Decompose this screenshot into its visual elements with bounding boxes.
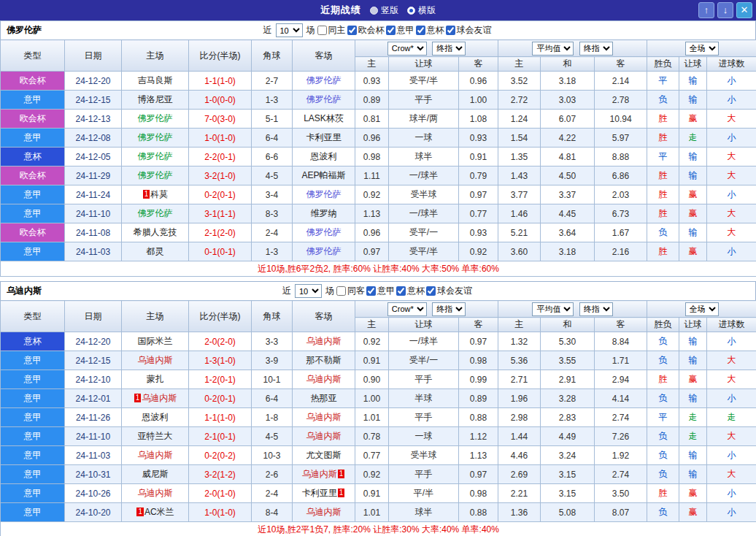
team-link[interactable]: 都灵 <box>147 246 164 256</box>
team-link[interactable]: 恩波利 <box>311 151 337 161</box>
team-link[interactable]: 亚特兰大 <box>138 431 173 441</box>
away-team-cell: 热那亚 <box>293 389 355 408</box>
team-link[interactable]: LASK林茨 <box>304 113 344 123</box>
matches-table: 类型 日期 主场 比分(半场) 角球 客场 Crow* 终指 平均值 终指 全场 <box>0 300 756 536</box>
team-link[interactable]: 佛罗伦萨 <box>138 151 173 161</box>
result-handicap: 走 <box>679 427 707 446</box>
layout-option-horizontal[interactable]: 横版 <box>407 4 436 17</box>
layout-option-vertical[interactable]: 竖版 <box>370 4 398 17</box>
avg-home-odds: 1.46 <box>498 204 541 223</box>
team-link[interactable]: 佛罗伦萨 <box>138 132 173 142</box>
team-link[interactable]: 吉马良斯 <box>138 75 173 85</box>
filter-checkbox[interactable] <box>317 26 327 35</box>
move-down-button[interactable]: ↓ <box>717 2 733 18</box>
red-card-badge: 1 <box>338 470 345 478</box>
team-link[interactable]: 尤文图斯 <box>306 450 342 460</box>
odds-away: 1.08 <box>459 110 498 129</box>
match-count-select[interactable]: 10 <box>276 23 303 37</box>
filter-option-意杯[interactable]: 意杯 <box>416 24 444 37</box>
team-link[interactable]: 乌迪内斯 <box>306 336 342 346</box>
team-link[interactable]: AC米兰 <box>144 507 174 517</box>
odds-stage-select[interactable]: 终指 <box>432 302 466 316</box>
team-link[interactable]: 乌迪内斯 <box>306 374 342 384</box>
match-date: 24-12-20 <box>65 72 122 91</box>
filter-checkbox[interactable] <box>416 26 425 35</box>
avg-home-odds: 2.98 <box>498 408 541 427</box>
team-link[interactable]: 佛罗伦萨 <box>306 189 342 199</box>
filter-checkbox[interactable] <box>347 26 357 35</box>
avg-away-odds: 4.14 <box>595 389 647 408</box>
filter-checkbox[interactable] <box>396 286 406 296</box>
team-link[interactable]: 蒙扎 <box>147 374 164 384</box>
match-row: 意甲24-11-10亚特兰大2-1(0-1)4-5乌迪内斯0.78一球1.121… <box>1 427 756 446</box>
move-up-button[interactable]: ↑ <box>698 2 714 18</box>
result-goals: 小 <box>707 389 756 408</box>
team-link[interactable]: 佛罗伦萨 <box>138 113 173 123</box>
filter-checkbox[interactable] <box>426 286 436 296</box>
team-link[interactable]: 乌迪内斯 <box>138 450 173 460</box>
team-link[interactable]: 乌迪内斯 <box>306 507 342 517</box>
corner-score: 2-4 <box>252 484 293 503</box>
filter-checkbox[interactable] <box>386 26 396 35</box>
close-button[interactable]: ✕ <box>736 2 752 18</box>
filter-option-欧会杯[interactable]: 欧会杯 <box>347 24 385 37</box>
odds-source-select[interactable]: Crow* <box>387 302 427 316</box>
team-link[interactable]: 博洛尼亚 <box>138 94 173 104</box>
handicap-line: 受半球 <box>389 185 459 204</box>
filter-option-意甲[interactable]: 意甲 <box>366 285 395 297</box>
team-link[interactable]: 乌迪内斯 <box>138 355 173 365</box>
team-link[interactable]: 乌迪内斯 <box>306 431 342 441</box>
odds-home: 0.92 <box>355 185 389 204</box>
team-link[interactable]: 乌迪内斯 <box>138 488 173 498</box>
team-link[interactable]: 乌迪内斯 <box>306 412 342 422</box>
team-link[interactable]: 那不勒斯 <box>306 355 342 365</box>
match-count-select[interactable]: 10 <box>295 284 322 298</box>
avg-source-select[interactable]: 平均值 <box>532 42 574 55</box>
score: 0-1(0-1) <box>189 242 252 261</box>
team-link[interactable]: 佛罗伦萨 <box>306 227 342 237</box>
odds-source-select[interactable]: Crow* <box>387 42 427 55</box>
filter-option-同主[interactable]: 同主 <box>317 24 346 37</box>
team-link[interactable]: AEP帕福斯 <box>301 170 345 180</box>
team-link[interactable]: 佛罗伦萨 <box>306 75 342 85</box>
team-link[interactable]: 乌迪内斯 <box>302 469 337 479</box>
team-link[interactable]: 国际米兰 <box>138 336 173 346</box>
match-date: 24-12-01 <box>65 389 122 408</box>
avg-stage-select[interactable]: 终指 <box>579 42 613 55</box>
odds-stage-select[interactable]: 终指 <box>432 42 466 55</box>
avg-source-select[interactable]: 平均值 <box>532 302 574 316</box>
team-link[interactable]: 恩波利 <box>142 412 169 422</box>
filter-option-意甲[interactable]: 意甲 <box>386 24 414 37</box>
team-link[interactable]: 乌迪内斯 <box>142 393 177 403</box>
team-link[interactable]: 卡利亚里 <box>306 132 342 142</box>
team-link[interactable]: 热那亚 <box>311 393 337 403</box>
avg-draw-odds: 3.28 <box>541 389 595 408</box>
filter-checkbox[interactable] <box>366 286 376 296</box>
team-link[interactable]: 希腊人竞技 <box>134 227 177 237</box>
corner-score: 2-6 <box>252 465 293 484</box>
team-link[interactable]: 威尼斯 <box>142 469 169 479</box>
odds-away: 0.79 <box>459 166 498 185</box>
team-link[interactable]: 科莫 <box>150 189 168 199</box>
avg-home-odds: 1.35 <box>498 148 541 166</box>
scope-select[interactable]: 全场 <box>685 42 719 55</box>
avg-stage-select[interactable]: 终指 <box>579 302 613 316</box>
team-link[interactable]: 卡利亚里 <box>302 488 337 498</box>
filter-option-同客[interactable]: 同客 <box>336 285 365 297</box>
team-link[interactable]: 佛罗伦萨 <box>138 208 173 218</box>
filter-checkbox[interactable] <box>446 26 455 35</box>
odds-home: 0.81 <box>355 110 389 129</box>
team-link[interactable]: 维罗纳 <box>311 208 337 218</box>
col-score: 比分(半场) <box>189 40 252 72</box>
filter-option-意杯[interactable]: 意杯 <box>396 285 425 297</box>
filter-option-球会友谊[interactable]: 球会友谊 <box>446 24 492 37</box>
scope-select[interactable]: 全场 <box>685 302 719 316</box>
odds-home: 0.96 <box>355 129 389 148</box>
team-link[interactable]: 佛罗伦萨 <box>306 94 342 104</box>
filter-option-球会友谊[interactable]: 球会友谊 <box>426 285 472 297</box>
team-link[interactable]: 佛罗伦萨 <box>138 170 173 180</box>
team-link[interactable]: 佛罗伦萨 <box>306 246 342 256</box>
filter-checkbox[interactable] <box>336 286 346 296</box>
result-goals: 大 <box>707 204 756 223</box>
match-date: 24-12-08 <box>65 129 122 148</box>
